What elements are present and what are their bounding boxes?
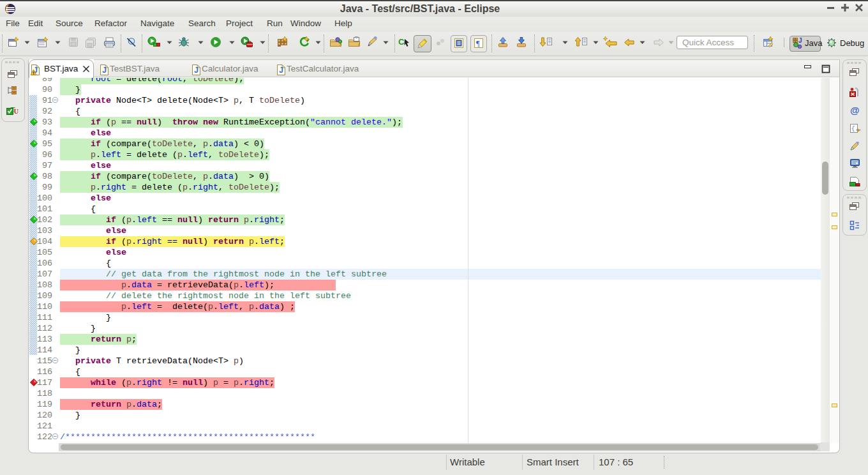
- svg-text:J: J: [798, 37, 802, 44]
- svg-text:{..: {..: [851, 126, 861, 132]
- svg-text:J: J: [279, 66, 283, 75]
- svg-text:U: U: [14, 108, 19, 115]
- svg-text:¶: ¶: [476, 38, 480, 48]
- svg-text:J: J: [102, 66, 107, 75]
- svg-text:C: C: [398, 37, 405, 47]
- svg-text:J: J: [194, 66, 198, 75]
